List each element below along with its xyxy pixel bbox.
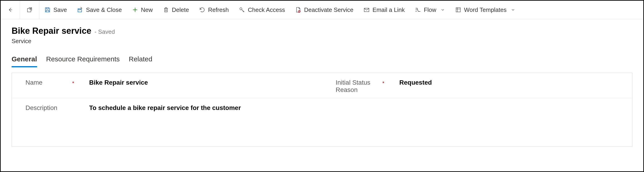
status-reason-label: Initial Status Reason * bbox=[322, 73, 392, 98]
save-icon bbox=[44, 7, 51, 13]
deactivate-icon bbox=[295, 7, 301, 13]
refresh-button[interactable]: Refresh bbox=[194, 1, 234, 19]
flow-icon bbox=[415, 7, 421, 13]
page-title: Bike Repair service bbox=[12, 26, 92, 36]
back-button[interactable] bbox=[1, 1, 20, 19]
name-field[interactable]: Bike Repair service bbox=[82, 73, 322, 98]
save-close-icon bbox=[77, 7, 83, 13]
word-templates-button[interactable]: Word Templates bbox=[450, 1, 520, 19]
refresh-label: Refresh bbox=[208, 6, 229, 14]
svg-rect-4 bbox=[456, 8, 460, 12]
command-bar: Save Save & Close New Delete Refresh Che… bbox=[1, 1, 643, 19]
nav-buttons bbox=[1, 1, 39, 19]
description-label: Description bbox=[12, 98, 82, 146]
word-templates-label: Word Templates bbox=[464, 6, 507, 14]
popout-icon bbox=[26, 7, 33, 13]
save-button[interactable]: Save bbox=[39, 1, 72, 19]
key-icon bbox=[239, 7, 245, 13]
deactivate-label: Deactivate Service bbox=[304, 6, 354, 14]
arrow-left-icon bbox=[7, 7, 14, 13]
entity-type: Service bbox=[12, 38, 632, 45]
form-row: Name * Bike Repair service Initial Statu… bbox=[12, 73, 632, 98]
status-reason-field[interactable]: Requested bbox=[392, 73, 632, 98]
svg-point-1 bbox=[240, 8, 242, 10]
trash-icon bbox=[163, 7, 169, 13]
save-close-label: Save & Close bbox=[86, 6, 122, 14]
page-status: - Saved bbox=[94, 28, 115, 35]
page-header: Bike Repair service - Saved Service bbox=[1, 19, 643, 45]
tab-related[interactable]: Related bbox=[129, 55, 152, 67]
chevron-down-icon bbox=[511, 8, 515, 12]
deactivate-button[interactable]: Deactivate Service bbox=[290, 1, 358, 19]
refresh-icon bbox=[199, 7, 205, 13]
required-marker: * bbox=[72, 80, 78, 86]
new-button[interactable]: New bbox=[127, 1, 158, 19]
check-access-label: Check Access bbox=[248, 6, 285, 14]
popout-button[interactable] bbox=[20, 1, 39, 19]
email-icon bbox=[364, 7, 370, 13]
form-tabs: General Resource Requirements Related bbox=[1, 45, 643, 67]
name-label: Name * bbox=[12, 73, 82, 98]
flow-label: Flow bbox=[424, 6, 436, 14]
new-label: New bbox=[141, 6, 153, 14]
word-templates-icon bbox=[455, 7, 462, 13]
check-access-button[interactable]: Check Access bbox=[234, 1, 290, 19]
label-text: Initial Status Reason bbox=[336, 79, 382, 94]
delete-button[interactable]: Delete bbox=[158, 1, 194, 19]
flow-button[interactable]: Flow bbox=[410, 1, 450, 19]
save-close-button[interactable]: Save & Close bbox=[72, 1, 127, 19]
email-link-label: Email a Link bbox=[372, 6, 405, 14]
form-panel: Name * Bike Repair service Initial Statu… bbox=[12, 73, 632, 146]
email-link-button[interactable]: Email a Link bbox=[358, 1, 410, 19]
tab-resource-requirements[interactable]: Resource Requirements bbox=[46, 55, 120, 67]
form-row: Description To schedule a bike repair se… bbox=[12, 98, 632, 146]
label-text: Description bbox=[26, 104, 57, 112]
chevron-down-icon bbox=[440, 8, 445, 12]
required-marker: * bbox=[382, 80, 388, 86]
tab-general[interactable]: General bbox=[12, 55, 37, 67]
delete-label: Delete bbox=[172, 6, 189, 14]
plus-icon bbox=[132, 7, 138, 13]
save-label: Save bbox=[54, 6, 67, 14]
description-field[interactable]: To schedule a bike repair service for th… bbox=[82, 98, 632, 146]
label-text: Name bbox=[26, 79, 42, 86]
